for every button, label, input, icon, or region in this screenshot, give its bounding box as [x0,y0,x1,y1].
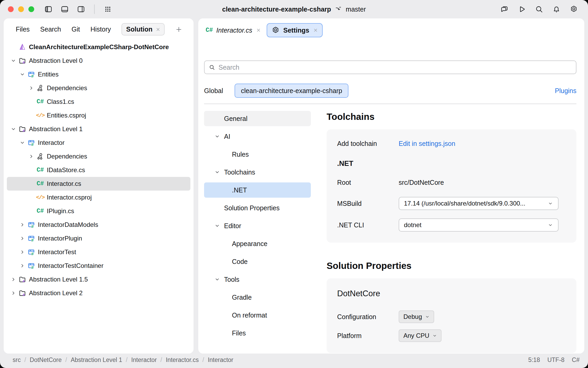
settings-gear-icon[interactable] [570,5,578,13]
chevron-down-icon[interactable] [214,223,220,229]
tree-item-interactor[interactable]: #Interactor [7,136,190,150]
tree-item-cleanarchitectureexamplecsharp-dotnetcore[interactable]: CleanArchitectureExampleCSharp-DotNetCor… [7,40,190,54]
settings-nav-toolchains[interactable]: Toolchains [204,165,311,180]
chevron-right-icon[interactable] [27,85,35,91]
tree-item-idatastore-cs[interactable]: C#IDataStore.cs [7,163,190,177]
chevron-right-icon[interactable] [27,153,35,160]
tree-item-abstraction-level-2[interactable]: Abstraction Level 2 [7,286,190,300]
add-tool-tab-button[interactable] [175,26,183,33]
configuration-dropdown[interactable]: Debug [399,310,434,323]
add-toolchain-label: Add toolchain [337,140,399,147]
tree-item-dependencies[interactable]: Dependencies [7,150,190,163]
caret-position[interactable]: 5:18 [528,356,540,364]
chevron-right-icon[interactable] [18,263,26,269]
platform-dropdown[interactable]: Any CPU [399,329,442,342]
solution-properties-heading: Solution Properties [327,260,576,272]
settings-search-input[interactable]: Search [204,60,576,74]
settings-nav-code[interactable]: Code [204,254,311,269]
global-search-icon[interactable] [535,5,543,13]
tree-item-abstraction-level-1-5[interactable]: Abstraction Level 1.5 [7,273,190,286]
chevron-down-icon[interactable] [9,58,17,64]
breadcrumb-item[interactable]: Interactor.cs [166,356,199,364]
close-window-button[interactable] [8,6,14,12]
dotnet-cli-dropdown[interactable]: dotnet [399,218,559,232]
tree-item-label: Abstraction Level 0 [29,57,83,64]
toggle-bottom-panel-icon[interactable] [60,5,69,13]
chevron-down-icon[interactable] [18,71,26,78]
toggle-left-panel-icon[interactable] [44,5,53,13]
close-icon[interactable] [155,27,161,32]
plugins-link[interactable]: Plugins [555,87,576,95]
branch-name[interactable]: master [346,6,366,13]
settings-nav-gradle[interactable]: Gradle [204,290,311,305]
notifications-bell-icon[interactable] [552,5,561,13]
sidebar-tab-files[interactable]: Files [16,25,30,33]
breadcrumb-separator: / [126,356,128,364]
sidebar-tab-label: Search [40,25,61,33]
chevron-down-icon[interactable] [214,169,220,175]
folder-icon [18,125,26,133]
editor-tab-settings[interactable]: Settings [267,23,323,37]
tree-item-entities-csproj[interactable]: </>Entities.csproj [7,109,190,122]
breadcrumb-item[interactable]: DotNetCore [30,356,62,364]
msbuild-dropdown[interactable]: 17.14 (/usr/local/share/dotnet/sdk/9.0.3… [399,197,559,210]
settings-nav--net[interactable]: .NET [204,182,311,198]
run-icon[interactable] [518,5,526,13]
scope-global-button[interactable]: Global [204,87,223,95]
zoom-window-button[interactable] [28,6,34,12]
sidebar-tab-history[interactable]: History [90,25,111,33]
tree-item-abstraction-level-1[interactable]: Abstraction Level 1 [7,122,190,136]
tree-item-interactorplugin[interactable]: #InteractorPlugin [7,232,190,245]
chevron-down-icon[interactable] [18,140,26,146]
workspaces-grid-icon[interactable] [104,5,112,13]
editor-tab-interactor-cs[interactable]: C#Interactor.cs [206,27,261,34]
minimize-window-button[interactable] [18,6,24,12]
close-icon[interactable] [313,27,318,33]
settings-nav-tools[interactable]: Tools [204,272,311,287]
chevron-down-icon[interactable] [214,133,220,140]
tree-item-interactortest[interactable]: #InteractorTest [7,245,190,259]
chevron-right-icon[interactable] [18,222,26,228]
scope-project-button[interactable]: clean-architecture-example-csharp [235,84,348,98]
tree-item-iplugin-cs[interactable]: C#IPlugin.cs [7,204,190,218]
tree-item-abstraction-level-0[interactable]: Abstraction Level 0 [7,54,190,68]
tree-item-entities[interactable]: #Entities [7,68,190,81]
settings-nav-rules[interactable]: Rules [204,147,311,162]
tree-item-interactortestcontainer[interactable]: #InteractorTestContainer [7,259,190,273]
tree-item-interactor-cs[interactable]: C#Interactor.cs [7,177,190,191]
settings-nav-general[interactable]: General [204,111,311,126]
chevron-down-icon[interactable] [9,126,17,132]
settings-nav-files[interactable]: Files [204,325,311,341]
settings-nav-ai[interactable]: AI [204,129,311,144]
chevron-right-icon[interactable] [18,235,26,242]
svg-text:#: # [31,252,34,256]
settings-nav-on-reformat[interactable]: On reformat [204,308,311,323]
file-encoding[interactable]: UTF-8 [547,356,564,364]
chevron-right-icon[interactable] [9,276,17,283]
tree-item-class1-cs[interactable]: C#Class1.cs [7,95,190,109]
breadcrumb-item[interactable]: Interactor [131,356,157,364]
tree-item-dependencies[interactable]: Dependencies [7,81,190,95]
close-icon[interactable] [256,27,261,33]
chevron-right-icon[interactable] [18,249,26,255]
tree-item-interactor-csproj[interactable]: </>Interactor.csproj [7,191,190,204]
sidebar-tab-solution[interactable]: Solution [121,23,165,35]
settings-nav-solution-properties[interactable]: Solution Properties [204,200,311,216]
chevron-down-icon[interactable] [214,276,220,283]
chat-icon[interactable] [500,5,509,13]
sidebar-tab-git[interactable]: Git [72,25,80,33]
breadcrumb-item[interactable]: Interactor [208,356,233,364]
toggle-right-panel-icon[interactable] [77,5,85,13]
breadcrumb-item[interactable]: src [13,356,21,364]
settings-nav-editor[interactable]: Editor [204,218,311,233]
file-language[interactable]: C# [572,356,580,364]
tree-item-interactordatamodels[interactable]: #InteractorDataModels [7,218,190,232]
chevron-right-icon[interactable] [9,290,17,296]
breadcrumb-item[interactable]: Abstraction Level 1 [71,356,122,364]
sidebar-tab-search[interactable]: Search [40,25,61,33]
edit-settings-json-link[interactable]: Edit in settings.json [399,140,455,147]
folder-icon [18,289,26,297]
svg-text:#: # [31,142,34,147]
settings-nav-appearance[interactable]: Appearance [204,236,311,251]
editor-tab-label: Interactor.cs [216,27,252,34]
